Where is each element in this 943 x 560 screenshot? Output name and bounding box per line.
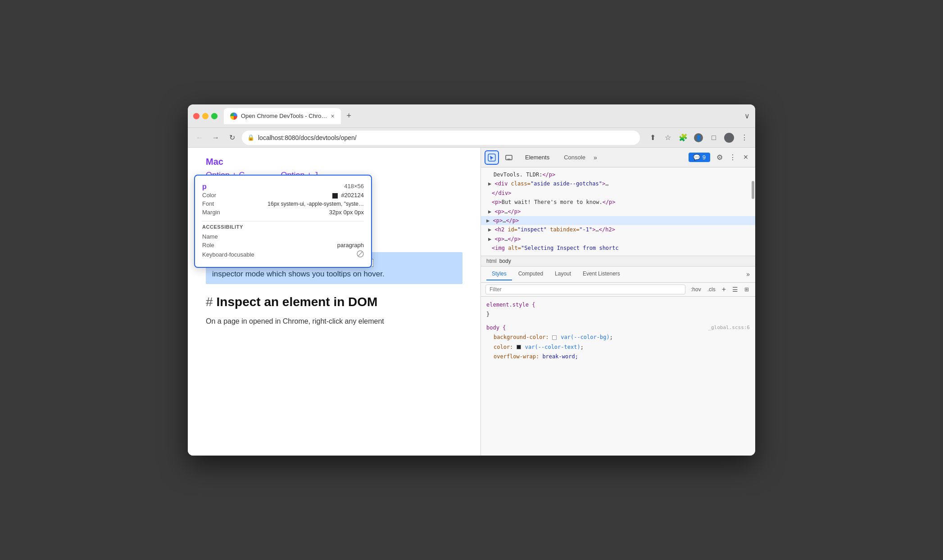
breadcrumb-body[interactable]: body bbox=[499, 258, 511, 264]
device-icon[interactable]: □ bbox=[708, 132, 719, 143]
devtools-settings-button[interactable]: ⚙ bbox=[714, 152, 725, 163]
tab-close-icon[interactable]: × bbox=[331, 113, 334, 120]
active-tab[interactable]: Open Chrome DevTools - Chro… × bbox=[224, 108, 341, 124]
svg-line-1 bbox=[358, 252, 363, 256]
css-block-element-style: element.style { } bbox=[486, 300, 750, 320]
tab-menu-icon[interactable]: ∨ bbox=[744, 112, 750, 120]
chat-icon: 💬 bbox=[693, 154, 700, 161]
dom-line-4[interactable]: <p>But wait! There's more to know.</p> bbox=[486, 198, 750, 207]
close-button[interactable] bbox=[193, 113, 199, 119]
dom-line-7[interactable]: ▶ <p>…</p> bbox=[486, 235, 750, 244]
tooltip-color-row: Color #202124 bbox=[202, 191, 364, 199]
styles-filter-input[interactable] bbox=[485, 285, 685, 294]
dom-line-1: DevTools. TLDR:</p> bbox=[486, 170, 750, 179]
element-tooltip: 418×56 p Color #202124 Font 16px system-… bbox=[194, 175, 372, 268]
tooltip-role-row: Role paragraph bbox=[202, 241, 364, 249]
avatar-icon[interactable] bbox=[724, 132, 734, 143]
styles-tab-computed[interactable]: Computed bbox=[513, 268, 549, 280]
share-icon[interactable]: ⬆ bbox=[647, 132, 658, 143]
breadcrumb: html body bbox=[481, 256, 755, 266]
layout-button[interactable]: ⊞ bbox=[743, 285, 751, 294]
highlight-text-4: inspector mode which shows you tooltips … bbox=[212, 270, 385, 278]
page-content: Mac Option + C Option + J 418×56 p Color… bbox=[188, 148, 481, 456]
devtools-tab-console[interactable]: Console bbox=[558, 152, 592, 163]
devtools-inspect-button[interactable] bbox=[485, 150, 499, 165]
devtools-tab-elements[interactable]: Elements bbox=[519, 152, 556, 163]
devtools-device-button[interactable] bbox=[503, 151, 515, 164]
dom-scrollbar[interactable] bbox=[752, 181, 754, 199]
minimize-button[interactable] bbox=[202, 113, 209, 119]
tooltip-font-value: 16px system-ui, -apple-system, "syste… bbox=[267, 201, 364, 207]
styles-tab-styles[interactable]: Styles bbox=[486, 268, 512, 280]
browser-window: Open Chrome DevTools - Chro… × + ∨ ← → ↻… bbox=[188, 104, 755, 456]
svg-rect-5 bbox=[508, 159, 510, 160]
styles-panel: Styles Computed Layout Event Listeners »… bbox=[481, 266, 755, 456]
heading-text: Inspect an element in DOM bbox=[217, 295, 378, 309]
page-heading: # Inspect an element in DOM bbox=[206, 295, 462, 309]
styles-filter-buttons: :hov .cls + ☰ ⊞ bbox=[689, 285, 751, 294]
extensions-icon[interactable]: 🧩 bbox=[678, 132, 689, 143]
devtools-tabs: Elements Console » bbox=[519, 152, 685, 163]
bgcolor-swatch bbox=[552, 335, 557, 340]
devtools-more-menu[interactable]: ⋮ bbox=[729, 153, 736, 162]
mac-label: Mac bbox=[206, 157, 462, 167]
tab-favicon bbox=[230, 113, 237, 120]
dom-line-2[interactable]: ▶ <div class="aside aside--gotchas">… bbox=[486, 179, 750, 188]
fullscreen-button[interactable] bbox=[211, 113, 218, 119]
styles-code: element.style { } body { _global.scss:6 … bbox=[481, 297, 755, 456]
security-icon: 🔒 bbox=[247, 134, 254, 141]
styles-tab-event-listeners[interactable]: Event Listeners bbox=[577, 268, 626, 280]
devtools-topbar: Elements Console » 💬 9 ⚙ ⋮ × bbox=[481, 148, 755, 167]
tooltip-keyboard-icon bbox=[357, 250, 364, 259]
browser-content: Mac Option + C Option + J 418×56 p Color… bbox=[188, 148, 755, 456]
tooltip-name-label: Name bbox=[202, 233, 218, 240]
devtools-more-tabs[interactable]: » bbox=[594, 154, 597, 161]
profile-icon[interactable]: 👤 bbox=[693, 132, 704, 143]
styles-more-tabs[interactable]: » bbox=[746, 271, 750, 278]
toggle-button[interactable]: ☰ bbox=[730, 285, 740, 294]
forward-button[interactable]: → bbox=[209, 131, 222, 144]
tooltip-font-label: Font bbox=[202, 200, 214, 207]
cls-button[interactable]: .cls bbox=[706, 285, 717, 294]
dom-line-5[interactable]: ▶ <p>…</p> bbox=[486, 207, 750, 216]
tooltip-margin-label: Margin bbox=[202, 209, 220, 216]
dom-line-8[interactable]: <img alt="Selecting Inspect from shortc bbox=[486, 244, 750, 253]
dom-line-selected[interactable]: ▶ <p>…</p> bbox=[486, 216, 750, 225]
tooltip-divider bbox=[202, 221, 364, 221]
chat-count: 9 bbox=[703, 154, 706, 161]
tooltip-header: 418×56 p bbox=[202, 183, 364, 191]
styles-tabs: Styles Computed Layout Event Listeners » bbox=[481, 266, 755, 283]
css-close-element-style: } bbox=[486, 310, 750, 320]
more-menu-icon[interactable]: ⋮ bbox=[739, 132, 750, 143]
devtools-close-button[interactable]: × bbox=[740, 152, 752, 163]
hov-button[interactable]: :hov bbox=[689, 285, 703, 294]
dom-tree: DevTools. TLDR:</p> ▶ <div class="aside … bbox=[481, 167, 755, 256]
responsive-icon bbox=[505, 154, 513, 162]
toolbar-icons: ⬆ ☆ 🧩 👤 □ ⋮ bbox=[647, 132, 750, 143]
back-button[interactable]: ← bbox=[193, 131, 206, 144]
tooltip-role-value: paragraph bbox=[337, 242, 364, 248]
styles-tab-layout[interactable]: Layout bbox=[549, 268, 576, 280]
address-bar: ← → ↻ 🔒 localhost:8080/docs/devtools/ope… bbox=[188, 128, 755, 148]
css-selector-body: body { _global.scss:6 bbox=[486, 323, 750, 333]
css-prop-overflow: overflow-wrap: break-word; bbox=[486, 352, 750, 362]
traffic-lights bbox=[193, 113, 218, 119]
dom-line-6[interactable]: ▶ <h2 id="inspect" tabindex="-1">…</h2> bbox=[486, 225, 750, 234]
tooltip-color-label: Color bbox=[202, 192, 216, 199]
tooltip-name-row: Name bbox=[202, 232, 364, 241]
add-rule-button[interactable]: + bbox=[720, 285, 728, 294]
devtools-chat-button[interactable]: 💬 9 bbox=[689, 153, 710, 162]
reload-button[interactable]: ↻ bbox=[226, 131, 238, 144]
url-bar[interactable]: 🔒 localhost:8080/docs/devtools/open/ bbox=[242, 131, 640, 145]
url-text: localhost:8080/docs/devtools/open/ bbox=[258, 134, 635, 141]
page-paragraph: On a page in opened in Chrome, right-cli… bbox=[206, 316, 462, 327]
tooltip-margin-value: 32px 0px 0px bbox=[329, 209, 364, 216]
new-tab-button[interactable]: + bbox=[343, 110, 355, 122]
color-swatch bbox=[332, 193, 338, 199]
devtools-panel: Elements Console » 💬 9 ⚙ ⋮ × DevTools. T… bbox=[481, 148, 755, 456]
bookmark-icon[interactable]: ☆ bbox=[662, 132, 673, 143]
hash-symbol: # bbox=[206, 295, 213, 309]
breadcrumb-html[interactable]: html bbox=[486, 258, 497, 264]
tooltip-dimensions: 418×56 bbox=[344, 183, 364, 190]
tooltip-role-label: Role bbox=[202, 242, 214, 248]
